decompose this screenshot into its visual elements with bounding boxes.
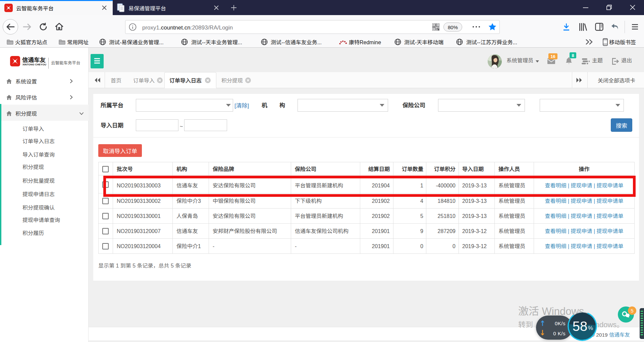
svg-text:58: 58: [573, 319, 588, 334]
svg-text:%: %: [588, 325, 593, 331]
